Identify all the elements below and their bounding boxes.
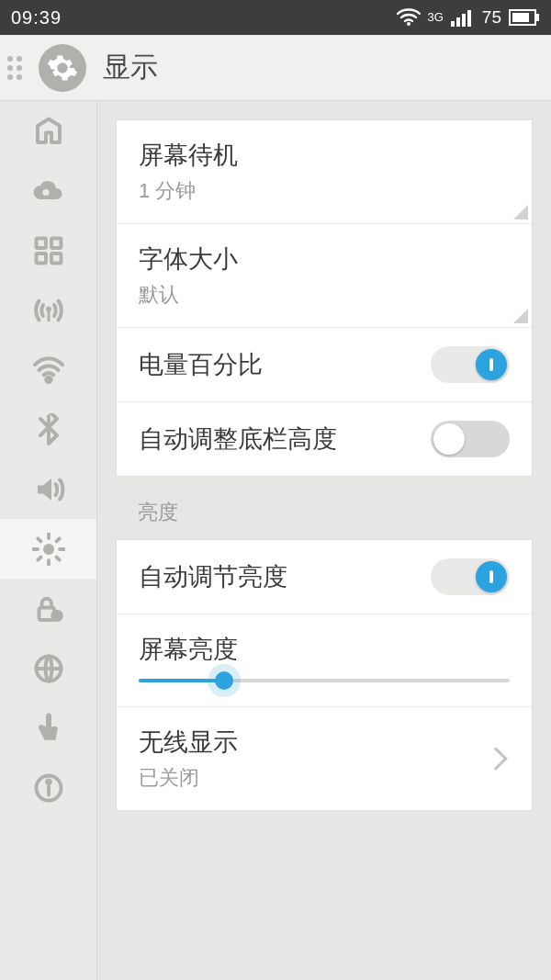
row-screen-timeout[interactable]: 屏幕待机 1 分钟 — [117, 120, 532, 224]
sidebar-item-home[interactable] — [0, 101, 96, 161]
svg-point-0 — [407, 22, 410, 26]
status-time: 09:39 — [11, 7, 62, 28]
row-auto-brightness: 自动调节亮度 — [117, 540, 532, 614]
page-title: 显示 — [103, 49, 158, 86]
svg-rect-7 — [512, 13, 529, 22]
svg-point-15 — [46, 377, 51, 381]
value: 已关闭 — [139, 764, 488, 792]
svg-line-24 — [56, 538, 59, 541]
svg-line-21 — [38, 538, 40, 541]
label: 自动调整底栏高度 — [139, 422, 431, 456]
gear-icon[interactable] — [39, 44, 86, 92]
svg-line-23 — [38, 557, 40, 559]
title-bar: 显示 — [0, 35, 551, 101]
card-brightness: 自动调节亮度 屏幕亮度 无线显示 已关闭 — [116, 539, 533, 811]
row-auto-navbar-height: 自动调整底栏高度 — [117, 402, 532, 476]
row-battery-percent: 电量百分比 — [117, 328, 532, 402]
label: 无线显示 — [139, 726, 488, 759]
svg-point-16 — [43, 544, 54, 555]
sidebar-item-cellular[interactable] — [0, 280, 96, 340]
spinner-indicator-icon — [513, 205, 528, 220]
brightness-slider[interactable] — [139, 666, 510, 688]
sidebar-item-wifi[interactable] — [0, 340, 96, 400]
svg-rect-9 — [36, 238, 46, 248]
row-wireless-display[interactable]: 无线显示 已关闭 — [117, 707, 532, 810]
svg-rect-1 — [451, 21, 455, 27]
status-right: 3G 75 — [397, 7, 540, 28]
sidebar-item-info[interactable] — [0, 758, 96, 817]
svg-rect-6 — [536, 14, 539, 21]
label: 自动调节亮度 — [139, 560, 431, 593]
label: 屏幕亮度 — [139, 633, 510, 666]
card-general: 屏幕待机 1 分钟 字体大小 默认 电量百分比 自动调整底栏高度 — [116, 119, 533, 477]
sidebar-item-security[interactable] — [0, 579, 96, 638]
auto-brightness-switch[interactable] — [431, 558, 510, 595]
content: 屏幕待机 1 分钟 字体大小 默认 电量百分比 自动调整底栏高度 亮度 自动调节… — [0, 101, 551, 980]
label: 字体大小 — [139, 242, 510, 276]
svg-rect-12 — [51, 253, 62, 264]
auto-navbar-switch[interactable] — [431, 421, 510, 457]
svg-point-27 — [55, 614, 58, 617]
status-bar: 09:39 3G 75 — [0, 0, 551, 35]
drag-handle-icon[interactable] — [7, 56, 22, 80]
row-font-size[interactable]: 字体大小 默认 — [117, 224, 532, 328]
svg-rect-4 — [467, 10, 471, 27]
sidebar-item-touch[interactable] — [0, 698, 96, 758]
svg-rect-11 — [36, 253, 46, 264]
svg-rect-3 — [462, 14, 466, 27]
sidebar-item-bluetooth[interactable] — [0, 400, 96, 459]
signal-icon — [451, 8, 475, 27]
svg-line-22 — [56, 557, 59, 559]
svg-rect-10 — [51, 238, 62, 248]
label: 电量百分比 — [139, 348, 431, 381]
network-type: 3G — [428, 12, 444, 23]
svg-point-8 — [42, 188, 49, 195]
sidebar-item-cloud[interactable] — [0, 161, 96, 220]
battery-percent-text: 75 — [482, 7, 501, 28]
value: 1 分钟 — [139, 177, 510, 205]
battery-icon — [509, 8, 540, 27]
battery-percent-switch[interactable] — [431, 346, 510, 383]
svg-rect-14 — [47, 310, 50, 321]
section-brightness-label: 亮度 — [97, 477, 551, 539]
row-screen-brightness: 屏幕亮度 — [117, 614, 532, 707]
value: 默认 — [139, 281, 510, 309]
chevron-right-icon — [484, 747, 507, 770]
sidebar — [0, 101, 97, 980]
spinner-indicator-icon — [513, 309, 528, 323]
sidebar-item-apps[interactable] — [0, 220, 96, 280]
main-panel: 屏幕待机 1 分钟 字体大小 默认 电量百分比 自动调整底栏高度 亮度 自动调节… — [97, 101, 551, 980]
wifi-icon — [397, 8, 421, 27]
sidebar-item-globe[interactable] — [0, 638, 96, 698]
svg-point-31 — [47, 780, 51, 783]
label: 屏幕待机 — [139, 139, 510, 172]
sidebar-item-display[interactable] — [0, 519, 96, 579]
svg-rect-2 — [456, 17, 460, 27]
sidebar-item-sound[interactable] — [0, 459, 96, 519]
